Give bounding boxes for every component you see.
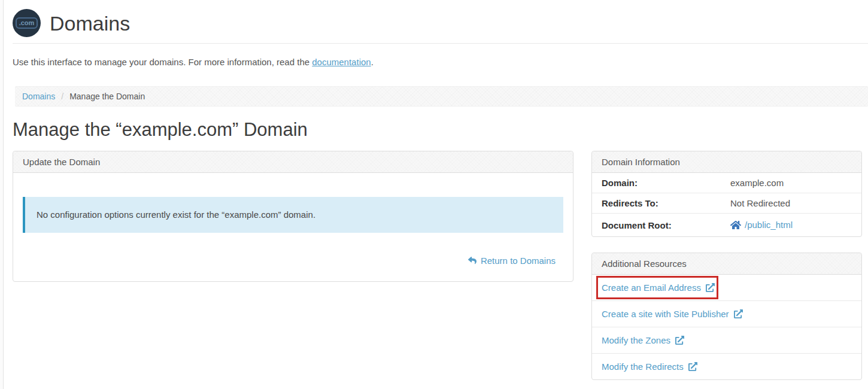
document-root-label: Document Root: [592, 214, 727, 236]
page-title: Manage the “example.com” Domain [13, 118, 868, 142]
intro-text: Use this interface to manage your domain… [13, 57, 868, 67]
update-domain-panel: Update the Domain No configuration optio… [13, 151, 573, 282]
external-link-icon [706, 283, 715, 292]
info-callout: No configuration options currently exist… [23, 197, 563, 233]
breadcrumb-domains-link[interactable]: Domains [22, 92, 55, 101]
modify-zones-link[interactable]: Modify the Zones [592, 327, 861, 353]
page-left-edge [0, 0, 4, 389]
additional-resources-header: Additional Resources [592, 253, 861, 275]
additional-resources-panel: Additional Resources Create an Email Add… [591, 253, 862, 380]
breadcrumb-separator: / [61, 92, 63, 101]
content-area: Update the Domain No configuration optio… [13, 151, 868, 380]
intro-text-body: Use this interface to manage your domain… [13, 57, 312, 67]
domain-information-table: Domain: example.com Redirects To: Not Re… [592, 173, 861, 236]
documentation-link[interactable]: documentation [312, 57, 371, 67]
breadcrumb: Domains / Manage the Domain [15, 86, 868, 107]
redirects-to-label: Redirects To: [592, 193, 727, 214]
return-to-domains-link[interactable]: Return to Domains [468, 256, 556, 266]
create-site-publisher-label: Create a site with Site Publisher [602, 309, 729, 319]
domain-value: example.com [727, 173, 861, 193]
table-row: Domain: example.com [592, 173, 861, 193]
app-header: .com Domains [13, 0, 868, 37]
document-root-path: /public_html [745, 220, 793, 230]
list-item: Modify the Zones [592, 327, 861, 354]
panel-footer: Return to Domains [23, 256, 563, 268]
domain-information-header: Domain Information [592, 151, 861, 173]
modify-redirects-label: Modify the Redirects [602, 361, 684, 372]
intro-text-period: . [371, 57, 374, 67]
info-callout-text: No configuration options currently exist… [37, 209, 315, 220]
external-link-icon [734, 309, 743, 318]
domain-label: Domain: [592, 173, 727, 193]
redirects-to-value: Not Redirected [727, 193, 861, 214]
modify-redirects-link[interactable]: Modify the Redirects [592, 354, 861, 379]
list-item: Create an Email Address [592, 275, 861, 301]
domain-information-panel: Domain Information Domain: example.com R… [591, 151, 862, 237]
home-icon [730, 220, 741, 230]
external-link-icon [688, 362, 697, 371]
domains-page: .com Domains Use this interface to manag… [13, 0, 868, 380]
create-email-address-link[interactable]: Create an Email Address [592, 275, 861, 300]
return-to-domains-label: Return to Domains [481, 256, 556, 266]
update-domain-panel-body: No configuration options currently exist… [13, 173, 573, 281]
additional-resources-list: Create an Email Address Create a site wi… [592, 275, 861, 379]
right-column: Domain Information Domain: example.com R… [591, 151, 862, 380]
table-row: Document Root: /public_html [592, 214, 861, 236]
app-title: Domains [50, 13, 130, 34]
external-link-icon [675, 336, 684, 345]
create-email-address-label: Create an Email Address [602, 282, 701, 293]
table-row: Redirects To: Not Redirected [592, 193, 861, 214]
list-item: Create a site with Site Publisher [592, 301, 861, 327]
dot-com-icon: .com [13, 9, 41, 37]
dot-com-icon-label: .com [16, 17, 38, 29]
update-domain-panel-header: Update the Domain [13, 151, 573, 173]
reply-arrow-icon [468, 256, 477, 265]
modify-zones-label: Modify the Zones [602, 335, 670, 345]
document-root-link[interactable]: /public_html [730, 218, 793, 231]
breadcrumb-current-item: Manage the Domain [69, 92, 145, 101]
create-site-publisher-link[interactable]: Create a site with Site Publisher [592, 301, 861, 327]
header-divider [13, 43, 868, 44]
document-root-value: /public_html [727, 214, 861, 236]
list-item: Modify the Redirects [592, 354, 861, 379]
